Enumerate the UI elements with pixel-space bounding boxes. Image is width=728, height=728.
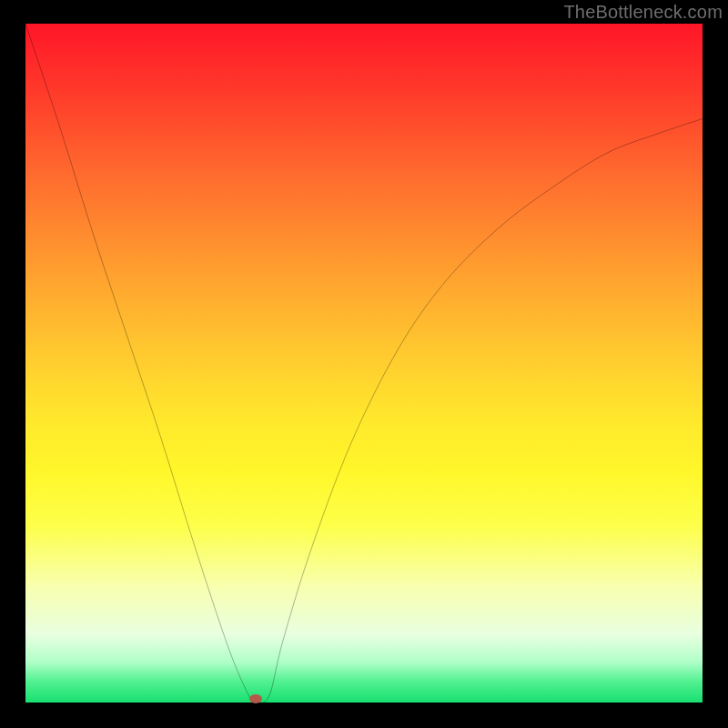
plot-area: [25, 24, 703, 703]
chart-frame: TheBottleneck.com: [0, 0, 728, 728]
watermark-text: TheBottleneck.com: [563, 2, 723, 23]
optimal-point-marker: [249, 694, 262, 703]
bottleneck-curve: [25, 24, 703, 703]
